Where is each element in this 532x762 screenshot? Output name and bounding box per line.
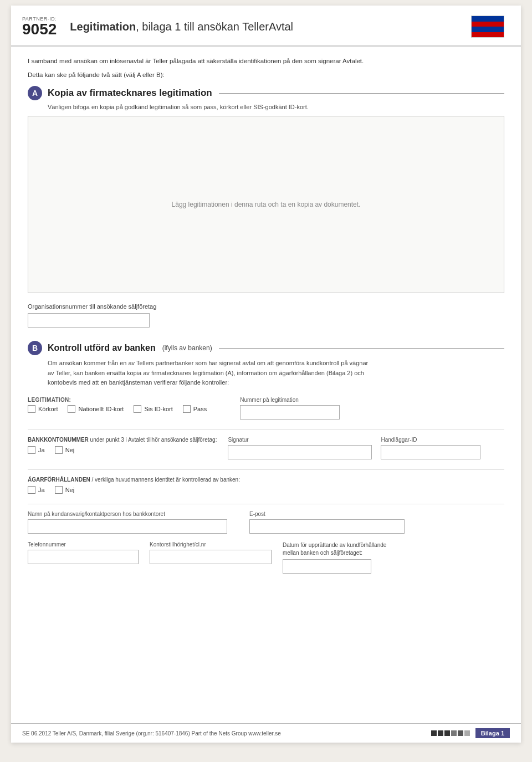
section-b-line xyxy=(219,348,504,349)
title-bold: Legitimation xyxy=(70,21,136,33)
contact-section: Namn på kundansvarig/kontaktperson hos b… xyxy=(28,511,504,574)
badge-b: B xyxy=(28,341,42,355)
document-box: Lägg legitimationen i denna ruta och ta … xyxy=(28,116,504,293)
org-input[interactable] xyxy=(28,313,150,328)
legitimation-section: LEGITIMATION: Körkort Nationellt ID-kort xyxy=(28,397,504,420)
checkbox-box-korkort[interactable] xyxy=(28,405,35,413)
bankkontonummer-section: BANKKONTONUMMER under punkt 3 i Avtalet … xyxy=(28,437,504,459)
checkbox-box-nationellt[interactable] xyxy=(68,405,75,413)
checkbox-box-pass[interactable] xyxy=(183,405,191,413)
section-b-title: Kontroll utförd av banken xyxy=(48,343,156,353)
datum-group: Datum för upprättande av kundförhållande… xyxy=(283,541,393,574)
partner-id: 9052 xyxy=(22,22,57,37)
bilaga-badge: Bilaga 1 xyxy=(475,728,510,738)
kontor-input[interactable] xyxy=(150,550,272,564)
checkbox-pass[interactable]: Pass xyxy=(183,405,207,413)
flag-stripe-red xyxy=(472,22,504,27)
badge-a: A xyxy=(28,86,42,100)
checkbox-label-ja1: Ja xyxy=(38,447,45,453)
flag-stripe-blue1 xyxy=(472,16,504,22)
main-content: I samband med ansökan om inlösenavtal är… xyxy=(11,47,521,589)
checkbox-box-sis[interactable] xyxy=(134,405,141,413)
page: PARTNER-ID: 9052 Legitimation, bilaga 1 … xyxy=(11,6,521,743)
legitimation-right: Nummer på legitimation xyxy=(240,397,340,420)
epost-label: E-post xyxy=(249,511,405,517)
section-a-header: A Kopia av firmatecknares legitimation xyxy=(28,86,504,100)
datum-input[interactable] xyxy=(283,559,371,574)
checkbox-label-pass: Pass xyxy=(193,406,207,412)
checkbox-nationellt[interactable]: Nationellt ID-kort xyxy=(68,405,124,413)
nets-sq5 xyxy=(458,730,463,736)
checkbox-ja2[interactable]: Ja xyxy=(28,486,45,494)
legitimation-label: LEGITIMATION: xyxy=(28,397,207,403)
checkbox-label-sis: Sis ID-kort xyxy=(144,406,172,412)
flag-stripe-red2 xyxy=(472,32,504,38)
checkbox-nej2[interactable]: Nej xyxy=(55,486,75,494)
epost-group: E-post xyxy=(249,511,405,534)
nets-logo xyxy=(431,730,470,736)
epost-input[interactable] xyxy=(249,519,405,534)
checkbox-label-korkort: Körkort xyxy=(38,406,58,412)
checkbox-box-nej1[interactable] xyxy=(55,446,63,454)
handlaggare-label: Handläggar-ID xyxy=(381,437,480,443)
bk-label-bold: BANKKONTONUMMER xyxy=(28,437,89,443)
signatur-input[interactable] xyxy=(228,445,372,459)
telefon-label: Telefonnummer xyxy=(28,541,139,548)
checkbox-box-nej2[interactable] xyxy=(55,486,63,494)
section-a-subtitle: Vänligen bifoga en kopia på godkänd legi… xyxy=(48,104,504,110)
signatur-label: Signatur xyxy=(228,437,372,443)
checkbox-ja1[interactable]: Ja xyxy=(28,446,45,454)
section-b-header: B Kontroll utförd av banken (ifylls av b… xyxy=(28,341,504,355)
bk-label-block: BANKKONTONUMMER under punkt 3 i Avtalet … xyxy=(28,437,217,454)
checkbox-korkort[interactable]: Körkort xyxy=(28,405,58,413)
section-a-title-row: Kopia av firmatecknares legitimation xyxy=(48,88,504,99)
doc-box-text: Lägg legitimationen i denna ruta och ta … xyxy=(172,201,361,208)
bk-label-normal: under punkt 3 i Avtalet tillhör ansökand… xyxy=(89,437,217,443)
intro-line2: Detta kan ske på följande två sätt (välj… xyxy=(28,71,504,78)
org-label: Organisationsnummer till ansökande säljf… xyxy=(28,303,504,310)
checkbox-sis[interactable]: Sis ID-kort xyxy=(134,405,172,413)
namn-input[interactable] xyxy=(28,519,227,534)
kontor-group: Kontorstillhörighet/cl.nr xyxy=(150,541,272,564)
divider1 xyxy=(28,429,504,430)
title-normal: , bilaga 1 till ansökan TellerAvtal xyxy=(136,21,293,33)
nets-sq3 xyxy=(444,730,450,736)
checkbox-label-ja2: Ja xyxy=(38,487,45,493)
agarforhallanden-label: ÄGARFÖRHÅLLANDEN / verkliga huvudmannens… xyxy=(28,477,504,483)
kontor-label: Kontorstillhörighet/cl.nr xyxy=(150,541,272,548)
handlaggare-group: Handläggar-ID xyxy=(381,437,480,459)
telefon-input[interactable] xyxy=(28,550,139,564)
nets-sq2 xyxy=(438,730,443,736)
intro-line1: I samband med ansökan om inlösenavtal är… xyxy=(28,57,504,66)
bankkontonummer-row: BANKKONTONUMMER under punkt 3 i Avtalet … xyxy=(28,437,504,459)
handlaggare-input[interactable] xyxy=(381,445,480,459)
section-b-title-row: Kontroll utförd av banken (ifylls av ban… xyxy=(48,343,504,353)
header-title: Legitimation, bilaga 1 till ansökan Tell… xyxy=(70,21,471,33)
checkbox-label-nationellt: Nationellt ID-kort xyxy=(78,406,124,412)
checkbox-box-ja2[interactable] xyxy=(28,486,35,494)
checkbox-label-nej2: Nej xyxy=(65,487,75,493)
nummer-input[interactable] xyxy=(240,405,340,420)
checkbox-nej1[interactable]: Nej xyxy=(55,446,75,454)
divider2 xyxy=(28,469,504,470)
checkbox-label-nej1: Nej xyxy=(65,447,75,453)
signatur-group: Signatur xyxy=(228,437,372,459)
bk-checkboxes: Ja Nej xyxy=(28,446,217,454)
flag-icon xyxy=(471,16,504,38)
bk-label: BANKKONTONUMMER under punkt 3 i Avtalet … xyxy=(28,437,217,443)
agarforhallanden-checkboxes: Ja Nej xyxy=(28,486,504,494)
flag-stripe-blue2 xyxy=(472,27,504,32)
namn-label: Namn på kundansvarig/kontaktperson hos b… xyxy=(28,511,227,517)
bk-fields-right: Signatur Handläggar-ID xyxy=(228,437,480,459)
legitimation-checkboxes: Körkort Nationellt ID-kort Sis ID-kort xyxy=(28,405,207,413)
datum-label: Datum för upprättande av kundförhållande… xyxy=(283,541,393,557)
header: PARTNER-ID: 9052 Legitimation, bilaga 1 … xyxy=(11,6,521,47)
contact-row2: Telefonnummer Kontorstillhörighet/cl.nr … xyxy=(28,541,504,574)
legitimation-row: LEGITIMATION: Körkort Nationellt ID-kort xyxy=(28,397,504,420)
legitimation-left: LEGITIMATION: Körkort Nationellt ID-kort xyxy=(28,397,207,413)
checkbox-box-ja1[interactable] xyxy=(28,446,35,454)
divider3 xyxy=(28,504,504,504)
footer-text: SE 06.2012 Teller A/S, Danmark, filial S… xyxy=(22,730,431,737)
nets-sq1 xyxy=(431,730,437,736)
section-b-desc: Om ansökan kommer från en av Tellers par… xyxy=(48,359,504,388)
